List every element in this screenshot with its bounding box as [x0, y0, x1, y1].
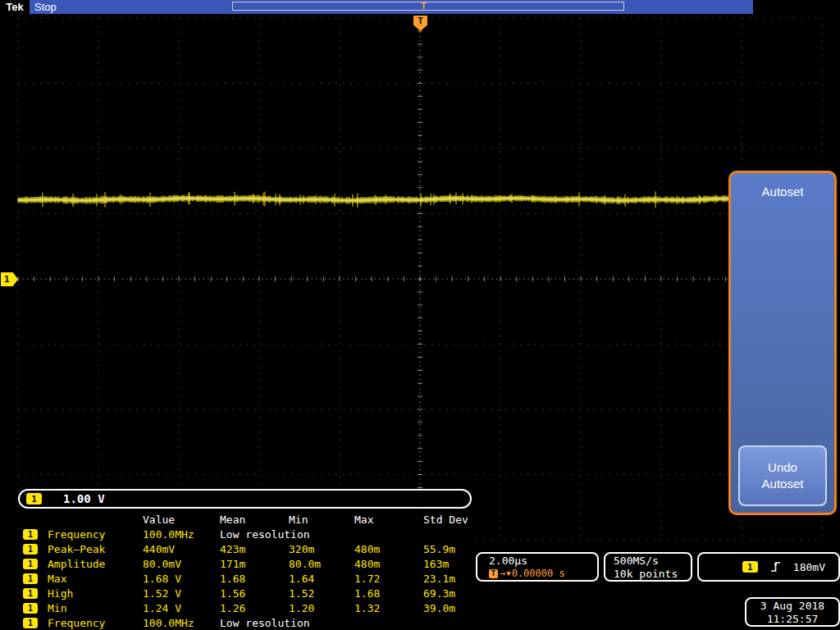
- time-value: 11:25:57: [746, 613, 838, 626]
- acquisition-status: Stop: [34, 0, 57, 14]
- channel-badge: 1: [23, 544, 38, 555]
- col-header-stddev: Std Dev: [423, 514, 472, 526]
- col-header-mean: Mean: [220, 514, 289, 526]
- measurement-value: 100.0MHz: [143, 528, 220, 541]
- measurement-row: 1Frequency100.0MHzLow resolution: [18, 615, 472, 630]
- undo-autoset-label-line2: Autoset: [762, 476, 804, 492]
- measurement-row: 1High1.52 V1.561.521.6869.3m: [18, 586, 472, 600]
- trigger-position-indicator: T: [421, 1, 427, 11]
- autoset-menu-panel: Autoset Undo Autoset: [728, 171, 837, 515]
- measurement-row: 1Max1.68 V1.681.641.7223.1m: [18, 571, 472, 586]
- sample-rate-value: 500MS/s: [614, 555, 691, 568]
- measurement-row: 1Amplitude80.0mV171m80.0m480m163m: [18, 556, 472, 571]
- trigger-source-badge: 1: [742, 561, 758, 573]
- measurement-name: Min: [48, 602, 143, 614]
- oscilloscope-screen: Tek Stop T T 1 Autoset Undo Autoset 1 1.…: [0, 0, 840, 630]
- measurement-row: 1Peak–Peak440mV423m320m480m55.9m: [18, 541, 472, 556]
- trigger-level-value: 180mV: [793, 561, 825, 573]
- measurement-stddev: 55.9m: [423, 543, 472, 555]
- undo-autoset-label-line1: Undo: [768, 459, 797, 476]
- acquisition-readout[interactable]: 500MS/s 10k points: [604, 552, 692, 582]
- trigger-position-value: 0.00000 s: [512, 568, 565, 579]
- trigger-readout[interactable]: 1 180mV: [697, 552, 840, 582]
- low-resolution-warning: Low resolution: [220, 617, 472, 629]
- channel-badge: 1: [23, 529, 38, 540]
- measurement-mean: 1.26: [220, 602, 289, 614]
- horizontal-readout[interactable]: 2.00µs T → ▼ 0.00000 s: [476, 552, 599, 582]
- record-length-value: 10k points: [614, 568, 691, 581]
- measurement-row: 1Min1.24 V1.261.201.3239.0m: [18, 600, 472, 615]
- trigger-t-icon: T: [489, 569, 498, 578]
- col-header-value: Value: [143, 514, 220, 526]
- col-header-min: Min: [289, 514, 354, 526]
- measurement-name: Frequency: [48, 617, 143, 629]
- measurement-value: 1.68 V: [143, 573, 220, 585]
- trigger-position-readout: T → ▼ 0.00000 s: [489, 568, 597, 579]
- ch1-scale-value: 1.00 V: [63, 492, 105, 505]
- measurement-stddev: 69.3m: [423, 587, 472, 600]
- datetime-readout: 3 Aug 2018 11:25:57: [745, 597, 840, 627]
- measurement-header-row: Value Mean Min Max Std Dev: [18, 512, 472, 527]
- measurement-table: Value Mean Min Max Std Dev 1Frequency100…: [18, 510, 472, 630]
- measurement-name: Amplitude: [48, 558, 143, 570]
- measurement-value: 80.0mV: [143, 558, 220, 570]
- measurement-max: 1.72: [354, 573, 423, 585]
- date-value: 3 Aug 2018: [746, 600, 838, 613]
- measurement-min: 1.52: [289, 587, 354, 600]
- measurement-max: 1.32: [354, 602, 423, 614]
- tek-logo: Tek: [0, 0, 30, 14]
- channel-badge: 1: [23, 559, 38, 569]
- measurement-stddev: 39.0m: [423, 602, 472, 614]
- measurement-mean: 1.56: [220, 587, 289, 600]
- ch1-scale-readout[interactable]: 1 1.00 V: [18, 489, 472, 509]
- arrow-right-icon: →: [500, 568, 505, 579]
- measurement-stddev: 23.1m: [423, 573, 472, 585]
- ch1-badge: 1: [26, 493, 42, 504]
- measurement-name: Max: [48, 573, 143, 585]
- top-status-bar: Tek Stop T: [0, 0, 753, 14]
- measurement-value: 1.52 V: [143, 587, 220, 600]
- measurement-name: Peak–Peak: [48, 543, 143, 555]
- measurement-value: 440mV: [143, 543, 220, 555]
- triangle-down-icon: ▼: [506, 568, 510, 579]
- measurement-min: 1.20: [289, 602, 354, 614]
- col-header-max: Max: [354, 514, 423, 526]
- rising-edge-icon: [769, 560, 782, 573]
- measurement-row: 1Frequency100.0MHzLow resolution: [18, 527, 472, 541]
- measurement-min: 1.64: [289, 573, 354, 585]
- measurement-min: 320m: [289, 543, 354, 555]
- measurement-value: 1.24 V: [143, 602, 220, 614]
- measurement-min: 80.0m: [289, 558, 354, 570]
- measurement-name: Frequency: [48, 528, 143, 541]
- measurement-mean: 171m: [220, 558, 289, 570]
- measurement-mean: 423m: [220, 543, 289, 555]
- measurement-max: 480m: [354, 558, 423, 570]
- measurement-table-rows: 1Frequency100.0MHzLow resolution1Peak–Pe…: [18, 527, 472, 630]
- measurement-name: High: [48, 587, 143, 600]
- measurement-value: 100.0MHz: [143, 617, 220, 629]
- measurement-max: 1.68: [354, 587, 423, 600]
- measurement-stddev: 163m: [423, 558, 472, 570]
- channel-badge: 1: [23, 618, 38, 628]
- horizontal-scale-value: 2.00µs: [489, 555, 597, 568]
- channel-badge: 1: [23, 573, 38, 584]
- channel-badge: 1: [23, 588, 38, 599]
- channel-badge: 1: [23, 603, 38, 614]
- low-resolution-warning: Low resolution: [220, 528, 472, 541]
- autoset-title: Autoset: [731, 185, 834, 199]
- measurement-mean: 1.68: [220, 573, 289, 585]
- undo-autoset-button[interactable]: Undo Autoset: [738, 445, 827, 506]
- measurement-max: 480m: [354, 543, 423, 555]
- waveform-position-bar[interactable]: T: [232, 2, 624, 11]
